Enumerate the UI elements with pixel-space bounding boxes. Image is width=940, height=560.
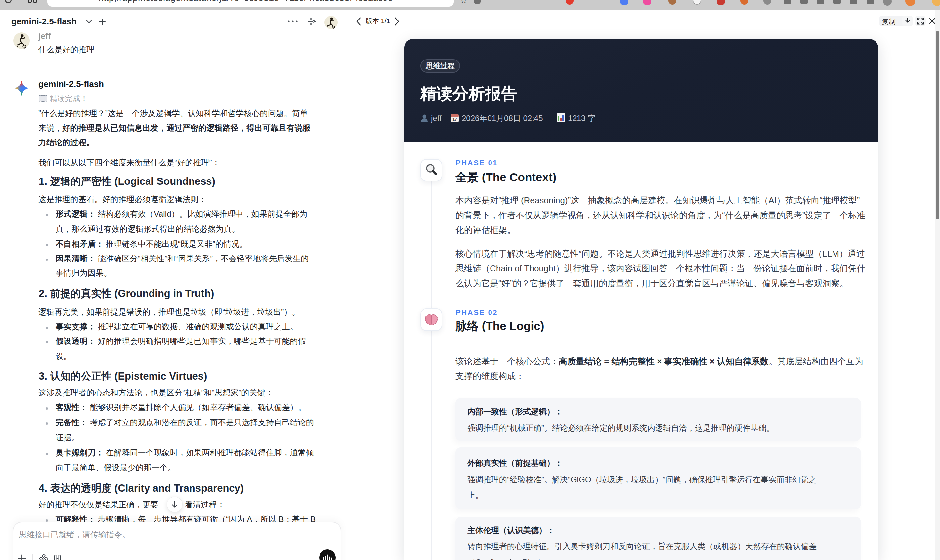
svg-text:17: 17 <box>453 117 457 122</box>
